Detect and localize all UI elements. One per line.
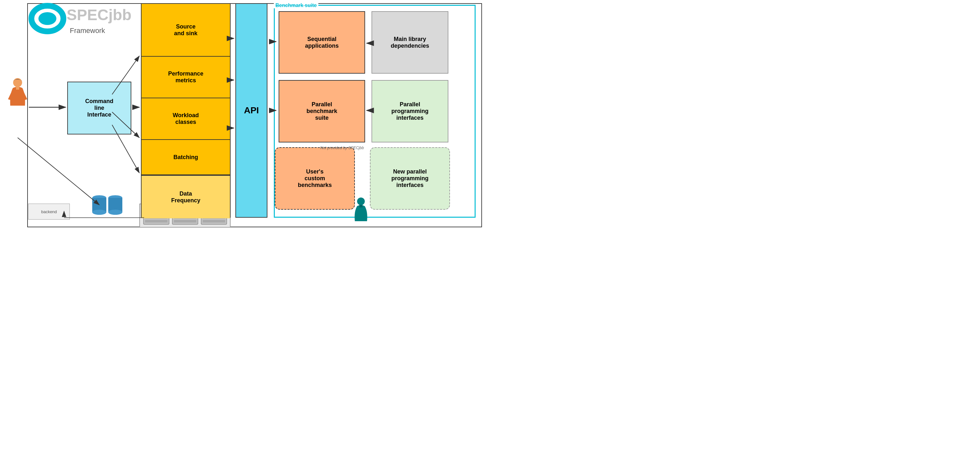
- svg-rect-21: [174, 220, 196, 222]
- api-label: API: [244, 105, 259, 116]
- svg-rect-5: [16, 86, 19, 90]
- workload-section: Workloadclasses: [142, 98, 230, 140]
- teal-person: [352, 197, 368, 223]
- diagram-container: SPECjbb Framework CommandlineInterface S…: [0, 0, 490, 234]
- svg-point-27: [357, 198, 365, 205]
- data-freq-label: DataFrequency: [171, 190, 200, 204]
- svg-point-11: [108, 210, 123, 215]
- source-sink-label: Sourceand sink: [174, 23, 197, 37]
- person-figure: [6, 77, 29, 122]
- not-provided-label: Not provided by SPECjbb: [320, 146, 364, 150]
- db-area: [90, 194, 131, 220]
- svg-rect-26: [203, 220, 225, 222]
- cli-label: CommandlineInterface: [85, 98, 113, 118]
- seq-apps-box: Sequentialapplications: [278, 11, 365, 74]
- svg-text:Framework: Framework: [70, 27, 105, 35]
- svg-rect-16: [145, 220, 167, 222]
- workload-label: Workloadclasses: [173, 112, 199, 125]
- batching-section: Batching: [142, 140, 230, 175]
- svg-text:SPECjbb: SPECjbb: [67, 6, 132, 23]
- main-lib-label: Main librarydependencies: [391, 36, 429, 49]
- injector-label: backend: [41, 209, 57, 214]
- svg-point-1: [38, 12, 56, 25]
- api-column: API: [235, 3, 267, 218]
- benchmark-suite-label: Benchmark suite: [274, 3, 318, 8]
- parallel-prog-box: Parallelprogramminginterfaces: [372, 80, 449, 143]
- svg-point-8: [92, 210, 106, 215]
- parallel-bench-label: Parallelbenchmarksuite: [307, 101, 337, 121]
- perf-metrics-section: Performancemetrics: [142, 57, 230, 98]
- svg-point-4: [13, 78, 22, 87]
- parallel-prog-label: Parallelprogramminginterfaces: [391, 101, 428, 121]
- new-parallel-label: New parallelprogramminginterfaces: [391, 168, 428, 189]
- logo-area: SPECjbb Framework: [28, 3, 92, 38]
- injector-box: backend: [28, 204, 70, 220]
- svg-rect-28: [360, 205, 363, 208]
- cli-box: CommandlineInterface: [67, 82, 131, 135]
- batching-label: Batching: [173, 154, 198, 161]
- custom-bench-box: User'scustombenchmarks: [275, 147, 355, 210]
- seq-apps-label: Sequentialapplications: [305, 36, 339, 49]
- custom-bench-label: User'scustombenchmarks: [298, 168, 332, 189]
- perf-metrics-label: Performancemetrics: [168, 70, 204, 84]
- new-parallel-box: New parallelprogramminginterfaces: [370, 147, 450, 210]
- main-lib-box: Main librarydependencies: [372, 11, 449, 74]
- data-freq-section: DataFrequency: [142, 175, 230, 218]
- parallel-bench-box: Parallelbenchmarksuite: [278, 80, 365, 143]
